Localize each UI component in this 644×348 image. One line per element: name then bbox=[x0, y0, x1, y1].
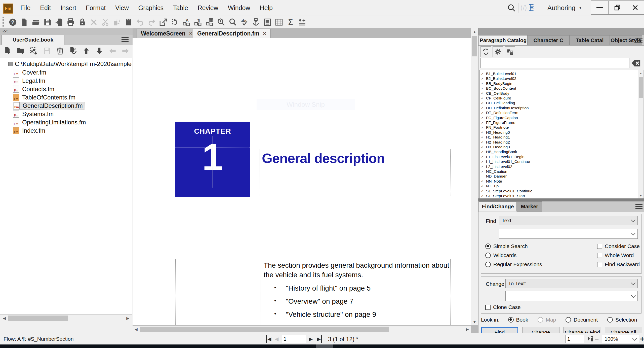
panel-menu-icon[interactable] bbox=[635, 204, 642, 209]
radio-icon[interactable] bbox=[607, 317, 613, 323]
style-item[interactable]: ✓BC_BodyContent bbox=[480, 86, 631, 91]
menu-help[interactable]: Help bbox=[255, 4, 277, 12]
style-item[interactable]: ✓B2_BulletLevel02 bbox=[480, 76, 631, 81]
delete-file-icon[interactable] bbox=[56, 47, 64, 56]
scroll-left-icon[interactable]: ◀ bbox=[1, 315, 7, 322]
scroll-left-icon[interactable]: ◀ bbox=[133, 326, 139, 333]
last-page-icon[interactable]: ▶ bbox=[317, 335, 322, 343]
radio-icon[interactable] bbox=[566, 317, 571, 323]
panel-collapse-strip[interactable]: << bbox=[0, 28, 133, 35]
first-page-icon[interactable]: ◀ bbox=[266, 335, 271, 343]
minimize-button[interactable] bbox=[591, 1, 609, 15]
tab-paragraph-catalog[interactable]: Paragraph Catalog bbox=[479, 35, 527, 45]
catalog-search-input[interactable] bbox=[480, 58, 629, 68]
scrollbar-thumb[interactable] bbox=[8, 316, 68, 321]
bullet-text[interactable]: "Overview" on page 7 bbox=[286, 297, 353, 305]
clear-search-icon[interactable] bbox=[631, 59, 641, 68]
spell-check-icon[interactable]: abc bbox=[238, 17, 250, 28]
radio-icon[interactable] bbox=[508, 317, 514, 323]
tree-item-cover[interactable]: FmCover.fm bbox=[13, 68, 132, 77]
style-item[interactable]: ✓S1_StepLevel01_Continue bbox=[480, 189, 631, 194]
table-catalog-icon[interactable] bbox=[204, 17, 215, 28]
style-item[interactable]: ✓CH_CellHeading bbox=[480, 100, 631, 106]
style-item[interactable]: ✓L2_ListLevel02 bbox=[480, 164, 631, 169]
book-tab[interactable]: UserGuide.book bbox=[2, 35, 64, 45]
radio-selection-label[interactable]: Selection bbox=[615, 317, 637, 323]
change-type-dropdown[interactable]: To Text: bbox=[505, 279, 638, 288]
save-icon[interactable] bbox=[42, 17, 53, 28]
tree-item-generaldescription[interactable]: FmGeneralDescription.fm bbox=[13, 101, 132, 110]
document-hscrollbar[interactable]: ◀ ▶ bbox=[133, 325, 471, 333]
expander-icon[interactable]: − bbox=[2, 62, 6, 66]
menu-edit[interactable]: Edit bbox=[35, 4, 56, 12]
style-item[interactable]: ✓H3_Heading3 bbox=[480, 145, 631, 150]
style-item[interactable]: ✓FF_FigureFrame bbox=[480, 120, 631, 125]
style-item[interactable]: ✓NN_Note bbox=[480, 179, 631, 184]
tab-marker[interactable]: Marker bbox=[517, 201, 542, 212]
character-catalog-icon[interactable]: A bbox=[181, 17, 192, 28]
style-item[interactable]: ✓CF_CellFigure bbox=[480, 96, 631, 101]
document-page[interactable]: Window Snip CHAPTER 1 General descriptio… bbox=[133, 38, 471, 325]
style-item[interactable]: ✓H0_Heading0 bbox=[480, 130, 631, 135]
add-group-icon[interactable] bbox=[30, 47, 38, 56]
style-item[interactable]: ✓L1_ListLevel01_Continue bbox=[480, 159, 631, 164]
style-item[interactable]: ✓NC_Caution bbox=[480, 169, 631, 174]
style-item[interactable]: ✓CB_CellBody bbox=[480, 91, 631, 96]
search-icon[interactable] bbox=[507, 3, 516, 13]
chapter-number-frame[interactable]: CHAPTER 1 bbox=[175, 122, 250, 197]
tree-item-legal[interactable]: FmLegal.fm bbox=[13, 77, 132, 85]
add-file-icon[interactable] bbox=[4, 47, 12, 56]
paragraph-catalog-icon[interactable]: ¶ bbox=[192, 17, 204, 28]
panel-menu-icon[interactable] bbox=[122, 37, 129, 42]
panel-divider[interactable] bbox=[478, 198, 644, 201]
radio-document-label[interactable]: Document bbox=[574, 317, 598, 323]
radio-regular-expressions[interactable]: Regular Expressions bbox=[485, 261, 542, 267]
style-item[interactable]: ✓FC_FigureCaption bbox=[480, 115, 631, 120]
scrollbar-thumb[interactable] bbox=[472, 36, 477, 56]
tree-root[interactable]: − C:\Kuldip\Data\Work\temp\Fm-2020\sampl… bbox=[0, 60, 132, 68]
find-type-dropdown[interactable]: Text: bbox=[499, 216, 638, 225]
workspace-switcher[interactable]: Authoring ▾ bbox=[547, 0, 581, 16]
panel-menu-icon[interactable] bbox=[635, 38, 642, 43]
tab-welcomescreen[interactable]: WelcomeScreen × bbox=[137, 29, 197, 38]
find-change-icon[interactable] bbox=[215, 17, 227, 28]
import-icon[interactable] bbox=[53, 17, 65, 28]
tab-find-change[interactable]: Find/Change bbox=[479, 201, 517, 212]
close-tab-icon[interactable]: × bbox=[263, 30, 266, 37]
chapter-title-frame[interactable]: General description bbox=[260, 149, 451, 196]
toolbar-grip[interactable] bbox=[3, 17, 4, 27]
tree-item-toc[interactable]: FmTableOfContents.fm bbox=[13, 93, 132, 101]
scroll-down-icon[interactable]: ▼ bbox=[638, 193, 643, 198]
radio-wildcards[interactable]: Wildcards bbox=[485, 252, 516, 258]
body-text-frame[interactable]: The section provides general background … bbox=[175, 259, 451, 325]
refresh-catalog-icon[interactable] bbox=[480, 46, 491, 57]
checkbox-clone-case[interactable]: Clone Case bbox=[485, 304, 521, 310]
text-frame-icon[interactable] bbox=[262, 17, 273, 28]
page-number-input[interactable] bbox=[282, 335, 306, 343]
thumbnail-page-input[interactable] bbox=[566, 335, 584, 343]
tab-table-catalog[interactable]: Table Catal bbox=[570, 35, 610, 45]
menu-table[interactable]: Table bbox=[168, 4, 193, 12]
print-icon[interactable] bbox=[65, 17, 76, 28]
style-list-scrollbar[interactable]: ▲ ▼ bbox=[638, 70, 644, 199]
move-down-icon[interactable] bbox=[95, 47, 104, 56]
lock-icon[interactable] bbox=[76, 17, 88, 28]
paste-icon[interactable] bbox=[123, 17, 134, 28]
document-vscrollbar[interactable]: ▲ ▼ bbox=[471, 28, 478, 325]
menu-format[interactable]: Format bbox=[81, 4, 110, 12]
tab-character-catalog[interactable]: Character C bbox=[527, 35, 570, 45]
close-button[interactable] bbox=[626, 1, 644, 15]
revert-icon[interactable] bbox=[169, 17, 181, 28]
tree-item-index[interactable]: FmIndex.fm bbox=[13, 126, 132, 135]
bullet-text[interactable]: "History of flight" on page 5 bbox=[286, 284, 371, 292]
menu-insert[interactable]: Insert bbox=[56, 4, 81, 12]
style-item[interactable]: ✓L1_ListLevel01_Begin bbox=[480, 154, 631, 159]
close-tab-icon[interactable]: × bbox=[189, 30, 192, 37]
zoom-out-icon[interactable]: − bbox=[595, 335, 599, 343]
scroll-down-icon[interactable]: ▼ bbox=[471, 319, 478, 325]
find-next-icon[interactable] bbox=[227, 17, 238, 28]
move-up-icon[interactable] bbox=[82, 47, 91, 56]
menu-graphics[interactable]: Graphics bbox=[134, 4, 168, 12]
zoom-in-icon[interactable]: + bbox=[640, 335, 644, 343]
scroll-right-icon[interactable]: ▶ bbox=[464, 326, 470, 333]
